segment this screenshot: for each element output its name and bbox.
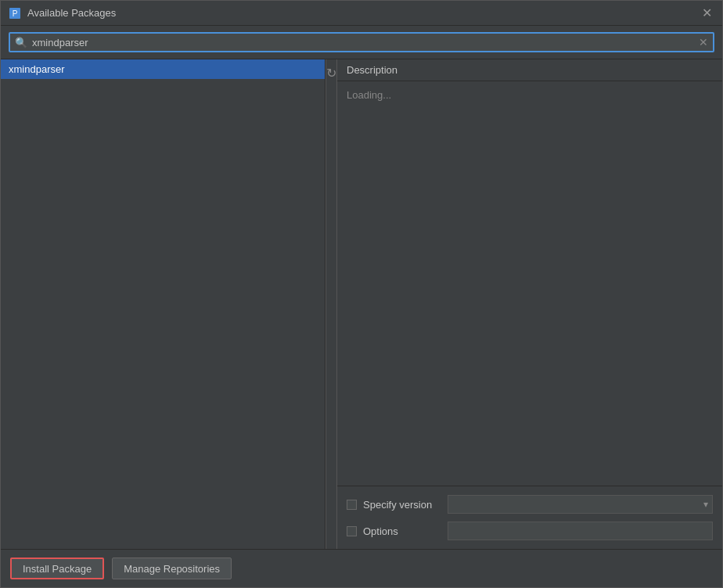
splitter-handle[interactable]: ↻ xyxy=(326,59,337,549)
right-panel: Description Loading... Specify version xyxy=(337,59,722,549)
list-item[interactable]: xmindparser xyxy=(1,59,325,79)
options-checkbox[interactable] xyxy=(347,526,357,536)
description-header: Description xyxy=(337,59,722,81)
window-icon: P xyxy=(9,7,21,20)
available-packages-window: P Available Packages ✕ 🔍 ✕ xmindparser ↻… xyxy=(0,0,723,588)
package-list: xmindparser xyxy=(1,59,325,549)
search-input[interactable] xyxy=(32,37,694,48)
close-button[interactable]: ✕ xyxy=(699,5,714,21)
title-bar-left: P Available Packages xyxy=(9,7,116,20)
footer: Install Package Manage Repositories xyxy=(1,549,722,587)
version-select-wrapper xyxy=(448,495,713,514)
options-row: Options xyxy=(347,518,713,544)
manage-repositories-button[interactable]: Manage Repositories xyxy=(112,558,232,579)
options-label: Options xyxy=(363,525,441,537)
left-panel: xmindparser xyxy=(1,59,326,549)
options-input[interactable] xyxy=(448,522,713,540)
refresh-icon[interactable]: ↻ xyxy=(326,66,336,81)
window-title: Available Packages xyxy=(27,7,116,19)
search-clear-icon[interactable]: ✕ xyxy=(699,36,708,48)
specify-version-label: Specify version xyxy=(363,499,441,511)
main-content: xmindparser ↻ Description Loading... Spe… xyxy=(1,59,722,549)
specify-version-checkbox[interactable] xyxy=(347,500,357,510)
loading-text: Loading... xyxy=(347,89,391,101)
options-bar: Specify version Options xyxy=(337,486,722,549)
search-icon: 🔍 xyxy=(15,37,27,48)
search-input-wrapper: 🔍 ✕ xyxy=(9,32,714,52)
description-body: Loading... xyxy=(337,81,722,486)
search-bar: 🔍 ✕ xyxy=(1,26,722,59)
install-package-button[interactable]: Install Package xyxy=(10,558,104,579)
version-select[interactable] xyxy=(448,495,713,514)
svg-text:P: P xyxy=(13,9,18,18)
specify-version-row: Specify version xyxy=(347,491,713,518)
title-bar: P Available Packages ✕ xyxy=(1,1,722,26)
